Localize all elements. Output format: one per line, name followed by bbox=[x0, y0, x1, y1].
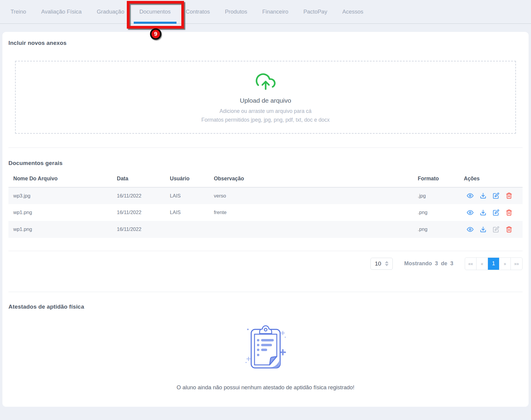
upload-cloud-icon bbox=[255, 72, 277, 93]
upload-hint: Adicione ou arraste um arquivo para cá bbox=[220, 108, 311, 114]
cell-format: .jpg bbox=[415, 187, 461, 204]
cell-file-name: wp1.png bbox=[8, 204, 114, 221]
view-icon[interactable] bbox=[467, 226, 473, 233]
certificates-empty-message: O aluno ainda não possui nenhum atestado… bbox=[8, 384, 523, 391]
tab-documentos[interactable]: Documentos bbox=[134, 0, 176, 23]
tab-avaliacao-fisica[interactable]: Avaliação Física bbox=[36, 0, 87, 23]
column-header-date: Data bbox=[114, 171, 167, 187]
section-divider bbox=[8, 292, 523, 292]
download-icon[interactable] bbox=[480, 209, 486, 216]
column-header-actions: Ações bbox=[461, 171, 523, 187]
cell-user: LAIS bbox=[167, 187, 211, 204]
next-page-button[interactable]: » bbox=[499, 258, 511, 270]
column-header-format: Formato bbox=[415, 171, 461, 187]
download-icon[interactable] bbox=[480, 226, 486, 233]
cell-format: .png bbox=[415, 221, 461, 238]
documents-table: Nome Do Arquivo Data Usuário Observação … bbox=[8, 171, 523, 238]
table-row: wp3.jpg 16/11/2022 LAIS verso .jpg bbox=[8, 187, 523, 204]
documents-table-header-row: Nome Do Arquivo Data Usuário Observação … bbox=[8, 171, 523, 187]
section-divider bbox=[8, 148, 523, 148]
upload-allowed-formats: Formatos permitidos jpeg, jpg, png, pdf,… bbox=[201, 117, 330, 123]
edit-icon-disabled bbox=[493, 226, 499, 233]
view-icon[interactable] bbox=[467, 192, 473, 199]
attachments-section-title: Incluir novos anexos bbox=[8, 32, 523, 46]
cell-format: .png bbox=[415, 204, 461, 221]
edit-icon[interactable] bbox=[493, 192, 499, 199]
certificates-section-title: Atestados de aptidão física bbox=[8, 303, 523, 310]
column-header-note: Observação bbox=[211, 171, 415, 187]
documents-panel: Incluir novos anexos Upload de arquivo A… bbox=[2, 32, 529, 407]
file-upload-dropzone[interactable]: Upload de arquivo Adicione ou arraste um… bbox=[15, 61, 516, 134]
cell-file-name: wp1.png bbox=[8, 221, 114, 238]
download-icon[interactable] bbox=[480, 192, 486, 199]
cell-user: LAIS bbox=[167, 204, 211, 221]
view-icon[interactable] bbox=[467, 209, 473, 216]
cell-note: frente bbox=[211, 204, 415, 221]
cell-date: 16/11/2022 bbox=[114, 187, 167, 204]
pager: «« « 1 » »» bbox=[465, 257, 523, 270]
certificates-empty-state: O aluno ainda não possui nenhum atestado… bbox=[8, 321, 523, 391]
trash-icon[interactable] bbox=[506, 226, 512, 233]
table-row: wp1.png 16/11/2022 .png bbox=[8, 221, 523, 238]
tab-financeiro[interactable]: Financeiro bbox=[257, 0, 294, 23]
cell-date: 16/11/2022 bbox=[114, 204, 167, 221]
page-1-button[interactable]: 1 bbox=[488, 258, 499, 270]
last-page-button[interactable]: »» bbox=[511, 258, 522, 270]
clipboard-checklist-illustration bbox=[237, 321, 294, 378]
page-size-select[interactable]: 10 bbox=[370, 258, 393, 270]
cell-note: verso bbox=[211, 187, 415, 204]
showing-count-label: Mostrando 3 de 3 bbox=[404, 260, 453, 267]
previous-page-button[interactable]: « bbox=[476, 258, 488, 270]
trash-icon[interactable] bbox=[506, 209, 512, 216]
documents-section-title: Documentos gerais bbox=[8, 160, 523, 166]
annotation-step-badge: 9 bbox=[150, 28, 161, 40]
pagination-bar: 10 Mostrando 3 de 3 «« « 1 » »» bbox=[8, 251, 523, 270]
edit-icon[interactable] bbox=[493, 209, 499, 216]
first-page-button[interactable]: «« bbox=[465, 258, 476, 270]
tab-contratos[interactable]: Contratos bbox=[180, 0, 216, 23]
profile-tab-bar: Treino Avaliação Física Graduação Docume… bbox=[0, 0, 531, 24]
page-size-value: 10 bbox=[375, 260, 381, 267]
tab-treino[interactable]: Treino bbox=[5, 0, 32, 23]
tab-produtos[interactable]: Produtos bbox=[219, 0, 253, 23]
tab-pactopay[interactable]: PactoPay bbox=[298, 0, 333, 23]
cell-user bbox=[167, 221, 211, 238]
column-header-user: Usuário bbox=[167, 171, 211, 187]
table-row: wp1.png 16/11/2022 LAIS frente .png bbox=[8, 204, 523, 221]
page-size-stepper-icon bbox=[385, 261, 389, 266]
tab-acessos[interactable]: Acessos bbox=[336, 0, 369, 23]
tab-graduacao[interactable]: Graduação bbox=[91, 0, 130, 23]
trash-icon[interactable] bbox=[506, 192, 512, 199]
cell-file-name: wp3.jpg bbox=[8, 187, 114, 204]
cell-date: 16/11/2022 bbox=[114, 221, 167, 238]
column-header-name: Nome Do Arquivo bbox=[8, 171, 114, 187]
upload-title: Upload de arquivo bbox=[240, 97, 291, 104]
cell-note bbox=[211, 221, 415, 238]
